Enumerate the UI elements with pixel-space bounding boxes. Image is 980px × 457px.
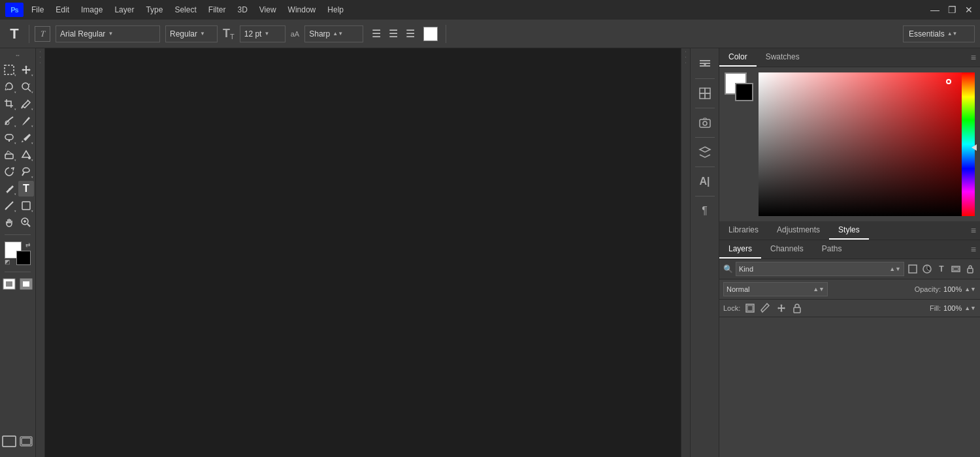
blend-mode-dropdown[interactable]: Normal ▲▼ <box>723 282 828 296</box>
tab-channels[interactable]: Channels <box>761 240 813 259</box>
font-family-dropdown[interactable]: Arial Regular ▼ <box>56 25 160 42</box>
mini-layers-icon[interactable] <box>693 140 717 164</box>
hue-slider[interactable] <box>962 72 975 216</box>
menu-3d[interactable]: 3D <box>232 4 252 16</box>
menu-help[interactable]: Help <box>322 4 349 16</box>
lasso-tool[interactable]: ▾ <box>1 79 17 95</box>
tab-styles[interactable]: Styles <box>829 221 869 240</box>
color-fg-bg-swatches <box>725 72 753 101</box>
zoom-tool[interactable] <box>18 215 34 230</box>
right-collapse-strip[interactable]: · · · <box>681 48 690 457</box>
pen-tool[interactable]: ▾ <box>1 181 17 197</box>
tab-color[interactable]: Color <box>719 48 757 67</box>
default-colors-button[interactable]: ◩ <box>5 259 10 265</box>
svg-rect-31 <box>794 307 800 313</box>
color-panel-menu[interactable]: ≡ <box>971 52 976 63</box>
menu-type[interactable]: Type <box>140 4 168 16</box>
align-left-button[interactable]: ☰ <box>368 26 384 42</box>
hand-tool[interactable] <box>1 215 17 230</box>
quick-mask-on[interactable] <box>18 276 34 292</box>
fill-row: Fill: 100% ▲▼ <box>930 304 976 312</box>
menu-file[interactable]: File <box>26 4 49 16</box>
svg-rect-28 <box>968 268 973 273</box>
screen-mode-button[interactable] <box>1 433 17 449</box>
spot-heal-tool[interactable]: ▾ <box>1 113 17 129</box>
layers-tabs: Layers Channels Paths ≡ <box>719 240 980 259</box>
left-collapse-strip[interactable]: · · · <box>36 48 45 457</box>
menu-view[interactable]: View <box>254 4 282 16</box>
svg-rect-16 <box>700 65 710 67</box>
color-bg-swatch[interactable] <box>735 83 753 101</box>
filter-pixel-icon[interactable] <box>907 263 919 275</box>
color-spectrum-box[interactable] <box>759 72 975 216</box>
tab-layers[interactable]: Layers <box>719 240 761 259</box>
svg-rect-30 <box>747 306 753 311</box>
fill-dropdown-arrow[interactable]: ▲▼ <box>964 305 976 311</box>
filter-kind-dropdown[interactable]: Kind ▲▼ <box>736 262 904 276</box>
menu-select[interactable]: Select <box>169 4 201 16</box>
tab-adjustments[interactable]: Adjustments <box>768 221 829 240</box>
svg-rect-11 <box>3 436 16 447</box>
lock-pixels-icon[interactable] <box>744 302 756 314</box>
move-tool[interactable]: ▾ <box>18 62 34 78</box>
filter-adjustment-icon[interactable] <box>921 263 933 275</box>
workspace-dropdown[interactable]: Essentials ▲▼ <box>903 25 975 42</box>
spectrum-indicator <box>946 79 951 84</box>
text-color-swatch[interactable] <box>423 27 438 41</box>
mini-type-icon[interactable]: A| <box>693 170 717 193</box>
path-select-tool[interactable]: ▾ <box>1 198 17 213</box>
menu-filter[interactable]: Filter <box>203 4 231 16</box>
filter-lock-icon[interactable] <box>964 263 976 275</box>
fill-tool[interactable]: ▾ <box>18 147 34 163</box>
opacity-dropdown-arrow[interactable]: ▲▼ <box>964 286 976 292</box>
type-style-icon[interactable]: 𝑇 <box>35 26 50 42</box>
toolbar-collapse-top[interactable]: •• <box>0 52 35 61</box>
menu-layer[interactable]: Layer <box>109 4 139 16</box>
font-size-input[interactable]: 12 pt ▼ <box>240 25 286 42</box>
marquee-tool[interactable]: ▾ <box>1 62 17 78</box>
align-center-button[interactable]: ☰ <box>385 26 401 42</box>
close-button[interactable]: ✕ <box>963 4 975 16</box>
quick-mask-off[interactable] <box>1 276 17 292</box>
menu-edit[interactable]: Edit <box>50 4 74 16</box>
eraser-tool[interactable]: ▾ <box>1 147 17 163</box>
mini-paragraph-icon[interactable]: ¶ <box>693 199 717 223</box>
shape-tool[interactable]: ▾ <box>18 198 34 213</box>
color-picker-area[interactable] <box>759 72 975 216</box>
maximize-button[interactable]: ❐ <box>946 4 958 16</box>
tab-paths[interactable]: Paths <box>813 240 851 259</box>
blur-tool[interactable] <box>1 164 17 180</box>
right-collapse-dots: · · · <box>683 51 689 65</box>
layers-panel-menu[interactable]: ≡ <box>971 244 976 255</box>
frame-mode-button[interactable] <box>18 433 34 449</box>
type-tool[interactable]: T <box>18 181 34 197</box>
font-style-dropdown[interactable]: Regular ▼ <box>165 25 218 42</box>
eyedropper-tool[interactable]: ▾ <box>18 96 34 112</box>
menu-image[interactable]: Image <box>76 4 108 16</box>
mini-panel-squares[interactable] <box>693 82 717 105</box>
switch-colors-button[interactable]: ⇄ <box>25 242 31 248</box>
filter-type-icon[interactable]: T <box>936 263 947 275</box>
minimize-button[interactable]: — <box>929 4 941 16</box>
current-tool-icon: T <box>5 25 24 43</box>
lock-paint-icon[interactable] <box>760 302 772 314</box>
lib-panel-menu[interactable]: ≡ <box>971 225 976 236</box>
mini-history-icon[interactable] <box>693 52 717 76</box>
background-color[interactable] <box>16 251 31 265</box>
title-bar: Ps File Edit Image Layer Type Select Fil… <box>0 0 980 20</box>
crop-tool[interactable]: ▾ <box>1 96 17 112</box>
menu-window[interactable]: Window <box>283 4 321 16</box>
antialiasing-dropdown[interactable]: Sharp ▲▼ <box>304 25 363 42</box>
clone-stamp-tool[interactable]: ▾ <box>1 130 17 146</box>
lock-all-icon[interactable] <box>791 302 803 314</box>
quick-select-tool[interactable]: ▾ <box>18 79 34 95</box>
history-brush-tool[interactable]: ▾ <box>18 130 34 146</box>
brush-tool[interactable]: ▾ <box>18 113 34 129</box>
tab-swatches[interactable]: Swatches <box>757 48 809 67</box>
filter-shape-icon[interactable] <box>950 263 962 275</box>
dodge-tool[interactable]: ▾ <box>18 164 34 180</box>
lock-move-icon[interactable] <box>776 302 787 314</box>
align-right-button[interactable]: ☰ <box>402 26 418 42</box>
mini-camera-icon[interactable] <box>693 111 717 134</box>
tab-libraries[interactable]: Libraries <box>719 221 768 240</box>
